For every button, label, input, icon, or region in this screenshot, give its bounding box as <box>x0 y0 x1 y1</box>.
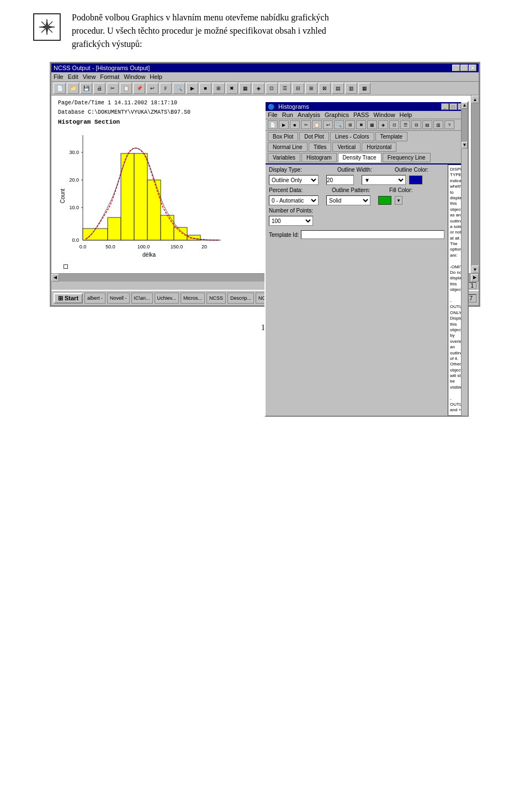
fill-color-btn[interactable]: ▼ <box>395 196 402 205</box>
dialog-toolbar-btn-14[interactable]: ⊟ <box>411 120 421 129</box>
dialog-menu-run[interactable]: Run <box>282 112 293 118</box>
dialog-toolbar-btn-5[interactable]: 📋 <box>312 120 322 129</box>
dialog-toolbar-btn-8[interactable]: ⊞ <box>345 120 355 129</box>
menu-file[interactable]: File <box>54 73 63 80</box>
toolbar-btn-13[interactable]: ⊞ <box>213 83 225 94</box>
toolbar-btn-23[interactable]: ▥ <box>345 83 357 94</box>
toolbar-btn-11[interactable]: ▶ <box>186 83 198 94</box>
toolbar-btn-12[interactable]: ■ <box>199 83 211 94</box>
taskbar-btn-uchiev[interactable]: Uchiev... <box>155 293 179 304</box>
tab-box-plot[interactable]: Box Plot <box>268 132 298 141</box>
toolbar-btn-16[interactable]: ◈ <box>252 83 264 94</box>
maximize-button[interactable]: □ <box>460 65 468 71</box>
toolbar-btn-17[interactable]: ⊡ <box>266 83 278 94</box>
dialog-maximize-btn[interactable]: □ <box>449 103 457 110</box>
percent-data-row: Percent Data: Outline Pattern: Fill Colo… <box>269 187 444 193</box>
taskbar-btn-novell[interactable]: Novell - <box>107 293 130 304</box>
svg-text:10.0: 10.0 <box>69 205 79 210</box>
display-type-select[interactable]: Outline Only <box>269 175 319 185</box>
dialog-toolbar-btn-13[interactable]: ☰ <box>400 120 410 129</box>
dialog-menu-window[interactable]: Window <box>373 112 395 118</box>
tab-lines-colors[interactable]: Lines - Colors <box>330 132 374 141</box>
toolbar-btn-4[interactable]: 🖨 <box>93 83 105 94</box>
dialog-menu-file[interactable]: File <box>268 112 278 118</box>
tab-density-trace[interactable]: Density Trace <box>338 153 381 162</box>
outline-pattern-select[interactable]: Solid <box>326 195 370 205</box>
taskbar-btn-ncss1[interactable]: NCSS <box>206 293 226 304</box>
dialog-menu-graphics[interactable]: Graphics <box>325 112 349 118</box>
toolbar-btn-10[interactable]: 🔍 <box>173 83 185 94</box>
dialog-toolbar-btn-12[interactable]: ⊡ <box>389 120 399 129</box>
dialog-toolbar-btn-2[interactable]: ▶ <box>279 120 289 129</box>
taskbar-btn-albert[interactable]: albert - <box>84 293 105 304</box>
close-button[interactable]: ✕ <box>469 65 476 71</box>
dialog-toolbar-btn-4[interactable]: ✂ <box>301 120 311 129</box>
outline-color-select[interactable]: ▼ <box>362 175 406 185</box>
sidebar-scrollbar[interactable]: ▲ ▼ <box>461 164 468 416</box>
dialog-toolbar-btn-10[interactable]: ▦ <box>367 120 377 129</box>
dialog-toolbar-btn-6[interactable]: ↩ <box>323 120 333 129</box>
outline-width-input[interactable] <box>326 175 354 185</box>
scrollbar-up[interactable]: ▲ <box>471 95 479 103</box>
scrollbar-left[interactable]: ◀ <box>51 274 59 282</box>
menu-window[interactable]: Window <box>124 73 145 80</box>
minimize-button[interactable]: _ <box>452 65 460 71</box>
menu-help[interactable]: Help <box>150 73 162 80</box>
toolbar-btn-20[interactable]: ⊞ <box>305 83 317 94</box>
tab-vertical[interactable]: Vertical <box>332 142 361 152</box>
dialog-toolbar-btn-7[interactable]: 🔍 <box>334 120 344 129</box>
toolbar-btn-15[interactable]: ▦ <box>239 83 251 94</box>
toolbar-btn-6[interactable]: 📋 <box>120 83 132 94</box>
toolbar-btn-9[interactable]: F <box>160 83 172 94</box>
toolbar-btn-24[interactable]: ▦ <box>358 83 370 94</box>
template-id-input[interactable] <box>301 230 444 239</box>
taskbar-btn-micros[interactable]: Micros... <box>181 293 205 304</box>
num-points-select[interactable]: 100 <box>269 216 313 226</box>
toolbar-btn-5[interactable]: ✂ <box>107 83 119 94</box>
toolbar-btn-19[interactable]: ⊟ <box>292 83 304 94</box>
dialog-toolbar-btn-3[interactable]: ■ <box>290 120 300 129</box>
template-row: Template Id: <box>269 230 444 239</box>
tab-dot-plot[interactable]: Dot Plot <box>299 132 329 141</box>
dialog-menu-analysis[interactable]: Analysis <box>298 112 320 118</box>
tab-frequency-line[interactable]: Frequency Line <box>383 153 431 162</box>
tab-horizontal[interactable]: Horizontal <box>362 142 396 152</box>
num-points-label: Number of Points: <box>269 208 319 214</box>
menu-format[interactable]: Format <box>100 73 119 80</box>
toolbar-btn-8[interactable]: ↩ <box>146 83 158 94</box>
toolbar-btn-18[interactable]: ☰ <box>279 83 291 94</box>
dialog-toolbar-btn-16[interactable]: ▥ <box>433 120 443 129</box>
dialog-toolbar-btn-1[interactable]: 📄 <box>268 120 278 129</box>
tab-histogram[interactable]: Histogram <box>301 153 337 162</box>
dialog-tabs-row3: Variables Histogram Density Trace Freque… <box>266 153 468 164</box>
tab-normal-line[interactable]: Normal Line <box>268 142 308 152</box>
toolbar-btn-7[interactable]: 📌 <box>133 83 145 94</box>
toolbar-btn-22[interactable]: ▤ <box>332 83 344 94</box>
dialog-toolbar-btn-15[interactable]: ▤ <box>422 120 432 129</box>
toolbar-btn-14[interactable]: ✖ <box>226 83 238 94</box>
tab-variables[interactable]: Variables <box>268 153 300 162</box>
toolbar-btn-21[interactable]: ⊠ <box>319 83 331 94</box>
toolbar-btn-1[interactable]: 📄 <box>54 83 66 94</box>
tab-template[interactable]: Template <box>375 132 408 141</box>
dialog-toolbar-btn-11[interactable]: ◈ <box>378 120 388 129</box>
taskbar-btn-descrip[interactable]: Descrip... <box>227 293 254 304</box>
menu-view[interactable]: View <box>83 73 96 80</box>
outline-color-box <box>409 176 422 184</box>
start-button[interactable]: ⊞ Start <box>54 293 83 304</box>
dialog-menu-help[interactable]: Help <box>400 112 412 118</box>
scrollbar-down[interactable]: ▼ <box>471 266 479 273</box>
toolbar-btn-3[interactable]: 💾 <box>80 83 92 94</box>
dialog-menu-pass[interactable]: PASS <box>353 112 369 118</box>
dialog-minimize-btn[interactable]: _ <box>441 103 449 110</box>
dialog-toolbar-btn-17[interactable]: ? <box>444 120 454 129</box>
dialog-sidebar: DISPLAY TYPE indicate whether to display… <box>448 164 468 416</box>
taskbar-btn-ic[interactable]: IC\an... <box>131 293 153 304</box>
tab-titles[interactable]: Titles <box>309 142 332 152</box>
scrollbar-right[interactable]: ▶ <box>471 274 479 282</box>
menu-edit[interactable]: Edit <box>68 73 78 80</box>
percent-data-select[interactable]: 0 - Automatic <box>269 195 319 205</box>
dialog-toolbar-btn-9[interactable]: ✖ <box>356 120 366 129</box>
toolbar-btn-2[interactable]: 📁 <box>67 83 79 94</box>
page-content: Podobně volbou Graphics v hlavním menu o… <box>0 0 530 365</box>
